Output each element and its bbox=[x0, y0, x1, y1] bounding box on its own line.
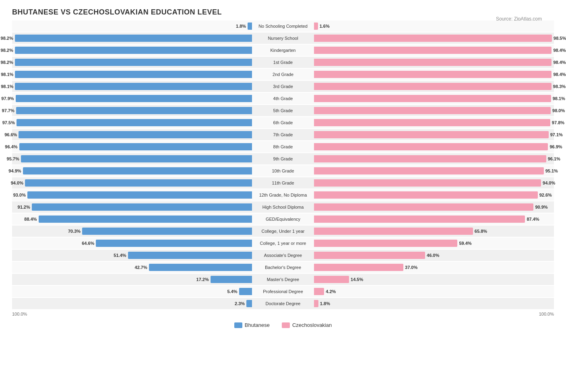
right-value-label: 97.1% bbox=[550, 132, 563, 137]
right-bar bbox=[314, 179, 541, 187]
right-value-label: 98.4% bbox=[553, 72, 566, 77]
left-bar-section: 70.3% bbox=[12, 226, 252, 237]
legend-label-czechoslovakian: Czechoslovakian bbox=[292, 322, 332, 328]
right-bar bbox=[314, 23, 318, 30]
left-bar-section: 96.4% bbox=[12, 141, 252, 152]
bar-row: 97.9%4th Grade98.1% bbox=[12, 93, 554, 104]
right-bar bbox=[314, 143, 548, 150]
left-value-label: 1.8% bbox=[236, 24, 246, 29]
bar-category-label: Master's Degree bbox=[252, 277, 314, 282]
bar-row: 98.2%Kindergarten98.4% bbox=[12, 45, 554, 56]
left-bar bbox=[16, 95, 252, 102]
left-bar bbox=[246, 300, 252, 307]
bar-row: 88.4%GED/Equivalency87.4% bbox=[12, 213, 554, 225]
bar-category-label: Associate's Degree bbox=[252, 253, 314, 258]
bar-row: 98.2%1st Grade98.4% bbox=[12, 57, 554, 68]
left-bar-section: 1.8% bbox=[12, 21, 252, 32]
left-bar bbox=[27, 191, 252, 199]
bar-row: 93.0%12th Grade, No Diploma92.6% bbox=[12, 189, 554, 201]
left-value-label: 64.6% bbox=[82, 241, 94, 246]
right-value-label: 46.0% bbox=[427, 253, 439, 258]
bar-row: 96.4%8th Grade96.9% bbox=[12, 141, 554, 152]
left-bar-section: 2.3% bbox=[12, 298, 252, 309]
bar-row: 64.6%College, 1 year or more59.4% bbox=[12, 238, 554, 249]
right-value-label: 1.6% bbox=[320, 24, 330, 29]
left-value-label: 98.1% bbox=[1, 84, 13, 89]
left-bar-section: 96.6% bbox=[12, 129, 252, 140]
axis-left-label: 100.0% bbox=[12, 312, 252, 316]
right-value-label: 37.0% bbox=[405, 265, 417, 270]
left-bar-section: 94.9% bbox=[12, 165, 252, 177]
left-bar bbox=[21, 155, 252, 162]
bar-category-label: 8th Grade bbox=[252, 144, 314, 149]
right-bar-section: 59.4% bbox=[314, 238, 554, 249]
right-bar-section: 90.9% bbox=[314, 201, 554, 213]
left-bar bbox=[239, 288, 252, 295]
right-bar bbox=[314, 35, 552, 42]
bar-row: 98.1%2nd Grade98.4% bbox=[12, 69, 554, 80]
left-bar-section: 98.2% bbox=[12, 45, 252, 56]
right-value-label: 92.6% bbox=[539, 193, 552, 197]
left-bar-section: 97.7% bbox=[12, 105, 252, 116]
bar-category-label: Professional Degree bbox=[252, 289, 314, 294]
left-value-label: 17.2% bbox=[196, 277, 209, 282]
left-bar bbox=[211, 276, 252, 283]
left-bar bbox=[128, 252, 252, 259]
bar-row: 94.9%10th Grade95.1% bbox=[12, 165, 554, 177]
bar-category-label: 4th Grade bbox=[252, 96, 314, 101]
bar-category-label: 3rd Grade bbox=[252, 84, 314, 89]
left-value-label: 95.7% bbox=[7, 156, 19, 161]
right-bar-section: 92.6% bbox=[314, 189, 554, 201]
right-bar-section: 1.6% bbox=[314, 21, 554, 32]
left-bar bbox=[149, 264, 252, 271]
right-bar bbox=[314, 276, 349, 283]
left-bar-section: 98.1% bbox=[12, 81, 252, 92]
left-value-label: 42.7% bbox=[135, 265, 147, 270]
legend-color-bhutanese bbox=[234, 322, 242, 328]
left-value-label: 96.4% bbox=[5, 144, 17, 149]
left-bar bbox=[15, 71, 252, 78]
bar-category-label: Bachelor's Degree bbox=[252, 265, 314, 270]
left-value-label: 97.7% bbox=[2, 108, 14, 113]
bar-row: 98.1%3rd Grade98.3% bbox=[12, 81, 554, 92]
right-bar-section: 98.0% bbox=[314, 105, 554, 116]
left-bar-section: 5.4% bbox=[12, 286, 252, 297]
right-value-label: 98.3% bbox=[553, 84, 566, 89]
left-bar bbox=[248, 23, 252, 30]
left-value-label: 5.4% bbox=[227, 289, 237, 294]
bar-row: 5.4%Professional Degree4.2% bbox=[12, 286, 554, 297]
legend-czechoslovakian: Czechoslovakian bbox=[282, 322, 332, 328]
bar-row: 94.0%11th Grade94.0% bbox=[12, 177, 554, 189]
left-value-label: 98.2% bbox=[1, 48, 13, 53]
right-bar-section: 98.3% bbox=[314, 81, 554, 92]
axis-labels: 100.0% 100.0% bbox=[12, 310, 554, 318]
left-value-label: 88.4% bbox=[24, 217, 37, 222]
left-bar-section: 98.2% bbox=[12, 33, 252, 44]
left-bar bbox=[23, 167, 252, 174]
right-bar bbox=[314, 47, 552, 54]
right-bar-section: 98.4% bbox=[314, 45, 554, 56]
right-bar-section: 98.4% bbox=[314, 69, 554, 80]
chart-title: BHUTANESE VS CZECHOSLOVAKIAN EDUCATION L… bbox=[12, 8, 554, 16]
right-value-label: 59.4% bbox=[459, 241, 471, 246]
bar-category-label: Kindergarten bbox=[252, 48, 314, 53]
right-value-label: 96.9% bbox=[549, 144, 562, 149]
bar-row: 98.2%Nursery School98.5% bbox=[12, 33, 554, 44]
left-value-label: 98.2% bbox=[1, 60, 13, 65]
right-bar bbox=[314, 71, 552, 78]
left-value-label: 91.2% bbox=[18, 205, 30, 209]
left-value-label: 96.6% bbox=[4, 132, 17, 137]
right-bar bbox=[314, 131, 549, 138]
left-bar bbox=[39, 215, 252, 223]
left-bar-section: 97.5% bbox=[12, 117, 252, 128]
bar-category-label: College, 1 year or more bbox=[252, 241, 314, 246]
right-value-label: 4.2% bbox=[326, 289, 336, 294]
bar-category-label: 6th Grade bbox=[252, 120, 314, 125]
right-bar bbox=[314, 167, 544, 174]
left-value-label: 2.3% bbox=[235, 301, 245, 306]
left-value-label: 97.9% bbox=[1, 96, 14, 101]
left-bar-section: 98.1% bbox=[12, 69, 252, 80]
left-bar-section: 42.7% bbox=[12, 262, 252, 273]
left-bar bbox=[82, 228, 252, 235]
left-bar-section: 95.7% bbox=[12, 153, 252, 164]
